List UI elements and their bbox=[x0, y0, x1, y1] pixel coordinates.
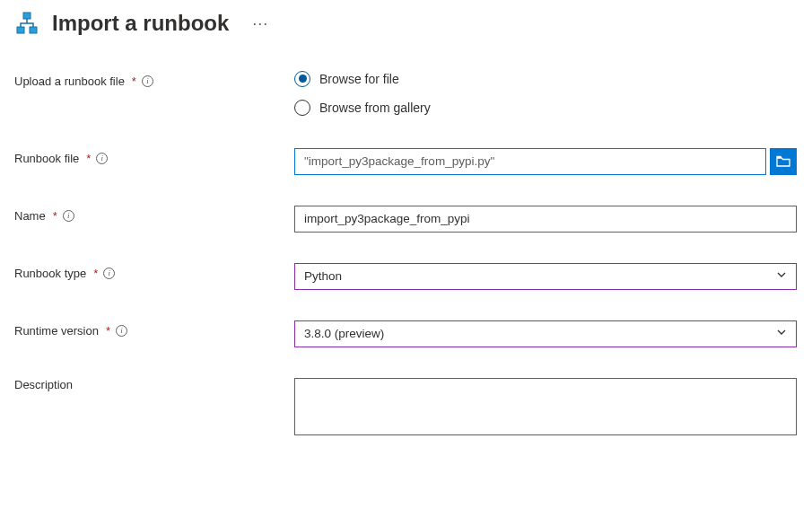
label-runbook-type: Runbook type * i bbox=[14, 263, 294, 280]
radio-indicator-selected bbox=[294, 71, 310, 87]
select-value: Python bbox=[304, 269, 342, 283]
header: Import a runbook ··· bbox=[14, 11, 805, 37]
radio-label: Browse for file bbox=[319, 72, 399, 86]
chevron-down-icon bbox=[776, 269, 787, 283]
label-text: Upload a runbook file bbox=[14, 75, 125, 88]
name-input[interactable] bbox=[294, 206, 797, 233]
label-description: Description bbox=[14, 378, 294, 391]
runbook-hierarchy-icon bbox=[14, 11, 39, 36]
label-text: Runbook file bbox=[14, 152, 79, 165]
label-name: Name * i bbox=[14, 206, 294, 223]
required-asterisk: * bbox=[106, 324, 110, 338]
runtime-version-select[interactable]: 3.8.0 (preview) bbox=[294, 320, 797, 347]
file-browse-button[interactable] bbox=[770, 148, 797, 175]
info-icon[interactable]: i bbox=[96, 153, 108, 164]
upload-source-radio-group: Browse for file Browse from gallery bbox=[294, 71, 797, 116]
svg-rect-1 bbox=[17, 27, 24, 33]
info-icon[interactable]: i bbox=[142, 75, 153, 87]
required-asterisk: * bbox=[132, 75, 136, 88]
required-asterisk: * bbox=[93, 267, 98, 280]
info-icon[interactable]: i bbox=[63, 210, 74, 222]
select-value: 3.8.0 (preview) bbox=[304, 327, 384, 340]
row-upload-runbook: Upload a runbook file * i Browse for fil… bbox=[14, 71, 805, 116]
radio-label: Browse from gallery bbox=[319, 101, 431, 115]
label-runtime-version: Runtime version * i bbox=[14, 320, 294, 338]
row-description: Description bbox=[14, 378, 805, 438]
row-runbook-type: Runbook type * i Python bbox=[14, 263, 805, 290]
radio-indicator-unselected bbox=[294, 100, 310, 116]
more-actions-button[interactable]: ··· bbox=[249, 13, 272, 35]
row-name: Name * i bbox=[14, 206, 805, 233]
label-text: Runbook type bbox=[14, 267, 86, 280]
folder-icon bbox=[776, 155, 790, 168]
row-runbook-file: Runbook file * i "import_py3package_from… bbox=[14, 148, 805, 175]
description-textarea[interactable] bbox=[294, 378, 797, 435]
info-icon[interactable]: i bbox=[103, 268, 115, 279]
label-text: Name bbox=[14, 209, 46, 223]
required-asterisk: * bbox=[53, 209, 57, 223]
page-title: Import a runbook bbox=[52, 11, 229, 37]
required-asterisk: * bbox=[86, 152, 91, 165]
runbook-type-select[interactable]: Python bbox=[294, 263, 797, 290]
radio-browse-for-file[interactable]: Browse for file bbox=[294, 71, 797, 87]
svg-rect-2 bbox=[30, 27, 37, 33]
chevron-down-icon bbox=[776, 327, 787, 340]
info-icon[interactable]: i bbox=[116, 325, 127, 337]
radio-browse-from-gallery[interactable]: Browse from gallery bbox=[294, 100, 797, 116]
label-runbook-file: Runbook file * i bbox=[14, 148, 294, 165]
label-text: Description bbox=[14, 378, 73, 391]
row-runtime-version: Runtime version * i 3.8.0 (preview) bbox=[14, 320, 805, 347]
label-text: Runtime version bbox=[14, 324, 99, 338]
svg-rect-0 bbox=[23, 13, 31, 19]
runbook-file-display[interactable]: "import_py3package_from_pypi.py" bbox=[294, 148, 766, 175]
label-upload-runbook: Upload a runbook file * i bbox=[14, 71, 294, 88]
